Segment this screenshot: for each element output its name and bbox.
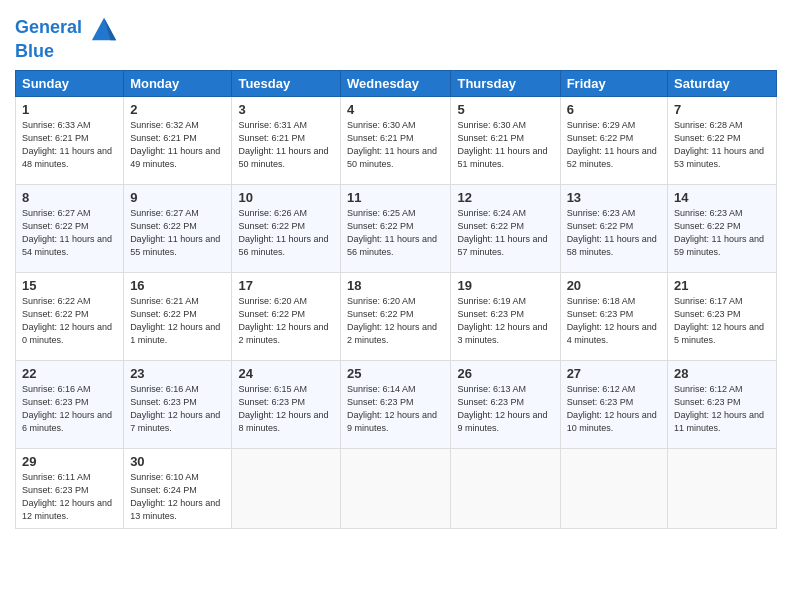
day-number: 6 bbox=[567, 102, 661, 117]
day-info: Sunrise: 6:21 AMSunset: 6:22 PMDaylight:… bbox=[130, 295, 225, 347]
day-info: Sunrise: 6:14 AMSunset: 6:23 PMDaylight:… bbox=[347, 383, 444, 435]
day-number: 5 bbox=[457, 102, 553, 117]
day-number: 28 bbox=[674, 366, 770, 381]
day-number: 22 bbox=[22, 366, 117, 381]
logo-text: General Blue bbox=[15, 14, 118, 62]
day-info: Sunrise: 6:27 AMSunset: 6:22 PMDaylight:… bbox=[130, 207, 225, 259]
header-sunday: Sunday bbox=[16, 70, 124, 96]
logo: General Blue bbox=[15, 14, 118, 62]
day-info: Sunrise: 6:23 AMSunset: 6:22 PMDaylight:… bbox=[674, 207, 770, 259]
day-info: Sunrise: 6:20 AMSunset: 6:22 PMDaylight:… bbox=[347, 295, 444, 347]
header-tuesday: Tuesday bbox=[232, 70, 341, 96]
day-number: 30 bbox=[130, 454, 225, 469]
calendar-week-4: 22 Sunrise: 6:16 AMSunset: 6:23 PMDaylig… bbox=[16, 360, 777, 448]
day-info: Sunrise: 6:13 AMSunset: 6:23 PMDaylight:… bbox=[457, 383, 553, 435]
calendar-cell: 11 Sunrise: 6:25 AMSunset: 6:22 PMDaylig… bbox=[341, 184, 451, 272]
calendar-cell: 1 Sunrise: 6:33 AMSunset: 6:21 PMDayligh… bbox=[16, 96, 124, 184]
calendar-cell: 22 Sunrise: 6:16 AMSunset: 6:23 PMDaylig… bbox=[16, 360, 124, 448]
day-info: Sunrise: 6:29 AMSunset: 6:22 PMDaylight:… bbox=[567, 119, 661, 171]
day-number: 16 bbox=[130, 278, 225, 293]
calendar-table: SundayMondayTuesdayWednesdayThursdayFrid… bbox=[15, 70, 777, 529]
logo-icon bbox=[90, 14, 118, 42]
day-info: Sunrise: 6:24 AMSunset: 6:22 PMDaylight:… bbox=[457, 207, 553, 259]
day-number: 1 bbox=[22, 102, 117, 117]
calendar-cell bbox=[232, 448, 341, 528]
calendar-cell: 26 Sunrise: 6:13 AMSunset: 6:23 PMDaylig… bbox=[451, 360, 560, 448]
day-number: 27 bbox=[567, 366, 661, 381]
calendar-cell: 8 Sunrise: 6:27 AMSunset: 6:22 PMDayligh… bbox=[16, 184, 124, 272]
calendar-cell bbox=[560, 448, 667, 528]
calendar-cell: 29 Sunrise: 6:11 AMSunset: 6:23 PMDaylig… bbox=[16, 448, 124, 528]
calendar-cell: 30 Sunrise: 6:10 AMSunset: 6:24 PMDaylig… bbox=[124, 448, 232, 528]
calendar-cell: 4 Sunrise: 6:30 AMSunset: 6:21 PMDayligh… bbox=[341, 96, 451, 184]
day-info: Sunrise: 6:20 AMSunset: 6:22 PMDaylight:… bbox=[238, 295, 334, 347]
day-info: Sunrise: 6:10 AMSunset: 6:24 PMDaylight:… bbox=[130, 471, 225, 523]
calendar-cell bbox=[451, 448, 560, 528]
day-info: Sunrise: 6:12 AMSunset: 6:23 PMDaylight:… bbox=[674, 383, 770, 435]
calendar-cell: 6 Sunrise: 6:29 AMSunset: 6:22 PMDayligh… bbox=[560, 96, 667, 184]
day-number: 14 bbox=[674, 190, 770, 205]
day-number: 11 bbox=[347, 190, 444, 205]
calendar-cell bbox=[668, 448, 777, 528]
logo-general: General bbox=[15, 17, 82, 37]
calendar-cell: 21 Sunrise: 6:17 AMSunset: 6:23 PMDaylig… bbox=[668, 272, 777, 360]
calendar-cell: 28 Sunrise: 6:12 AMSunset: 6:23 PMDaylig… bbox=[668, 360, 777, 448]
header: General Blue bbox=[15, 10, 777, 62]
calendar-cell: 17 Sunrise: 6:20 AMSunset: 6:22 PMDaylig… bbox=[232, 272, 341, 360]
day-number: 20 bbox=[567, 278, 661, 293]
day-number: 9 bbox=[130, 190, 225, 205]
calendar-cell: 15 Sunrise: 6:22 AMSunset: 6:22 PMDaylig… bbox=[16, 272, 124, 360]
calendar-cell: 13 Sunrise: 6:23 AMSunset: 6:22 PMDaylig… bbox=[560, 184, 667, 272]
day-info: Sunrise: 6:30 AMSunset: 6:21 PMDaylight:… bbox=[457, 119, 553, 171]
day-info: Sunrise: 6:18 AMSunset: 6:23 PMDaylight:… bbox=[567, 295, 661, 347]
day-number: 10 bbox=[238, 190, 334, 205]
header-saturday: Saturday bbox=[668, 70, 777, 96]
day-number: 12 bbox=[457, 190, 553, 205]
logo-blue-text: Blue bbox=[15, 41, 54, 61]
day-info: Sunrise: 6:31 AMSunset: 6:21 PMDaylight:… bbox=[238, 119, 334, 171]
day-number: 26 bbox=[457, 366, 553, 381]
logo-blue: Blue bbox=[15, 42, 118, 62]
day-number: 15 bbox=[22, 278, 117, 293]
day-info: Sunrise: 6:23 AMSunset: 6:22 PMDaylight:… bbox=[567, 207, 661, 259]
calendar-cell: 5 Sunrise: 6:30 AMSunset: 6:21 PMDayligh… bbox=[451, 96, 560, 184]
day-info: Sunrise: 6:30 AMSunset: 6:21 PMDaylight:… bbox=[347, 119, 444, 171]
day-number: 3 bbox=[238, 102, 334, 117]
calendar-cell: 9 Sunrise: 6:27 AMSunset: 6:22 PMDayligh… bbox=[124, 184, 232, 272]
header-monday: Monday bbox=[124, 70, 232, 96]
header-friday: Friday bbox=[560, 70, 667, 96]
calendar-cell: 14 Sunrise: 6:23 AMSunset: 6:22 PMDaylig… bbox=[668, 184, 777, 272]
day-number: 24 bbox=[238, 366, 334, 381]
day-number: 29 bbox=[22, 454, 117, 469]
calendar-week-2: 8 Sunrise: 6:27 AMSunset: 6:22 PMDayligh… bbox=[16, 184, 777, 272]
day-number: 17 bbox=[238, 278, 334, 293]
calendar-week-1: 1 Sunrise: 6:33 AMSunset: 6:21 PMDayligh… bbox=[16, 96, 777, 184]
day-info: Sunrise: 6:15 AMSunset: 6:23 PMDaylight:… bbox=[238, 383, 334, 435]
calendar-cell: 10 Sunrise: 6:26 AMSunset: 6:22 PMDaylig… bbox=[232, 184, 341, 272]
calendar-cell: 20 Sunrise: 6:18 AMSunset: 6:23 PMDaylig… bbox=[560, 272, 667, 360]
day-info: Sunrise: 6:16 AMSunset: 6:23 PMDaylight:… bbox=[130, 383, 225, 435]
calendar-cell: 2 Sunrise: 6:32 AMSunset: 6:21 PMDayligh… bbox=[124, 96, 232, 184]
day-number: 8 bbox=[22, 190, 117, 205]
calendar-cell: 3 Sunrise: 6:31 AMSunset: 6:21 PMDayligh… bbox=[232, 96, 341, 184]
day-number: 21 bbox=[674, 278, 770, 293]
header-thursday: Thursday bbox=[451, 70, 560, 96]
day-number: 25 bbox=[347, 366, 444, 381]
day-info: Sunrise: 6:16 AMSunset: 6:23 PMDaylight:… bbox=[22, 383, 117, 435]
calendar-cell: 27 Sunrise: 6:12 AMSunset: 6:23 PMDaylig… bbox=[560, 360, 667, 448]
day-number: 18 bbox=[347, 278, 444, 293]
day-info: Sunrise: 6:28 AMSunset: 6:22 PMDaylight:… bbox=[674, 119, 770, 171]
day-info: Sunrise: 6:11 AMSunset: 6:23 PMDaylight:… bbox=[22, 471, 117, 523]
day-info: Sunrise: 6:17 AMSunset: 6:23 PMDaylight:… bbox=[674, 295, 770, 347]
day-number: 7 bbox=[674, 102, 770, 117]
calendar-cell: 25 Sunrise: 6:14 AMSunset: 6:23 PMDaylig… bbox=[341, 360, 451, 448]
day-info: Sunrise: 6:26 AMSunset: 6:22 PMDaylight:… bbox=[238, 207, 334, 259]
day-info: Sunrise: 6:32 AMSunset: 6:21 PMDaylight:… bbox=[130, 119, 225, 171]
calendar-week-5: 29 Sunrise: 6:11 AMSunset: 6:23 PMDaylig… bbox=[16, 448, 777, 528]
day-info: Sunrise: 6:33 AMSunset: 6:21 PMDaylight:… bbox=[22, 119, 117, 171]
calendar-cell: 23 Sunrise: 6:16 AMSunset: 6:23 PMDaylig… bbox=[124, 360, 232, 448]
calendar-cell: 7 Sunrise: 6:28 AMSunset: 6:22 PMDayligh… bbox=[668, 96, 777, 184]
day-info: Sunrise: 6:25 AMSunset: 6:22 PMDaylight:… bbox=[347, 207, 444, 259]
calendar-cell: 18 Sunrise: 6:20 AMSunset: 6:22 PMDaylig… bbox=[341, 272, 451, 360]
page: General Blue SundayMondayTuesdayWednesda… bbox=[0, 0, 792, 612]
